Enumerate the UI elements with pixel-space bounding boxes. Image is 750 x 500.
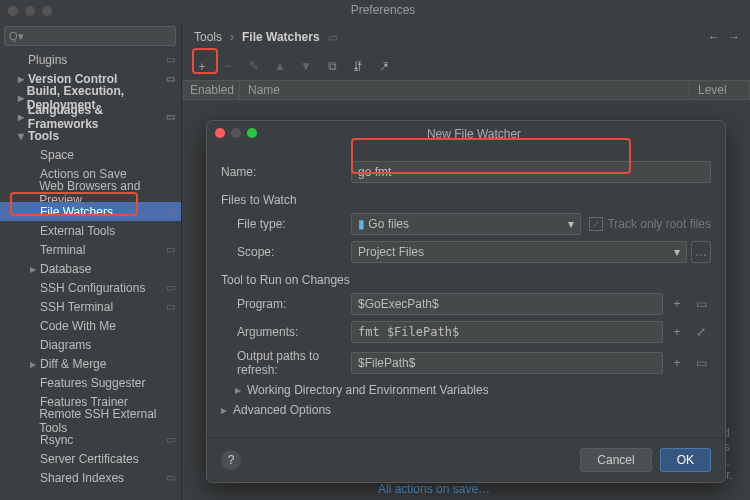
program-input[interactable]: $GoExecPath$ [351, 293, 663, 315]
col-enabled: Enabled [182, 81, 240, 99]
sidebar-item-label: Diagrams [40, 338, 91, 352]
insert-macro-icon[interactable]: + [667, 321, 687, 343]
gear-icon: ▭ [166, 73, 175, 84]
workdir-expander[interactable]: ▸ Working Directory and Environment Vari… [235, 383, 711, 397]
sidebar-item-label: Space [40, 148, 74, 162]
name-input[interactable]: go fmt [351, 161, 711, 183]
scope-more-button[interactable]: … [691, 241, 711, 263]
sidebar-item-terminal[interactable]: Terminal▭ [0, 240, 181, 259]
sidebar-item-server-certificates[interactable]: Server Certificates [0, 449, 181, 468]
sidebar-item-languages-frameworks[interactable]: ▸Languages & Frameworks▭ [0, 107, 181, 126]
chevron-icon: ▸ [18, 91, 27, 105]
export-watcher-button[interactable]: ⭷ [376, 58, 392, 74]
col-level: Level [690, 81, 750, 99]
sidebar-item-code-with-me[interactable]: Code With Me [0, 316, 181, 335]
sidebar-item-tools[interactable]: ▾Tools [0, 126, 181, 145]
breadcrumb-current: File Watchers [242, 30, 320, 44]
window-title: Preferences [8, 3, 750, 17]
remove-watcher-button[interactable]: − [220, 58, 236, 74]
sidebar-item-database[interactable]: ▸Database [0, 259, 181, 278]
sidebar-item-features-suggester[interactable]: Features Suggester [0, 373, 181, 392]
tool-section: Tool to Run on Changes [221, 273, 711, 287]
watcher-table-header: Enabled Name Level [182, 80, 750, 100]
sidebar-item-label: Shared Indexes [40, 471, 124, 485]
sidebar-item-label: SSH Configurations [40, 281, 145, 295]
watcher-toolbar: ＋ − ✎ ▲ ▼ ⧉ ⭿ ⭷ [182, 52, 750, 80]
sidebar-item-remote-ssh-external-tools[interactable]: Remote SSH External Tools [0, 411, 181, 430]
new-file-watcher-dialog: New File Watcher Name: go fmt Files to W… [206, 120, 726, 483]
advanced-expander[interactable]: ▸ Advanced Options [221, 403, 711, 417]
arguments-input[interactable]: fmt $FilePath$ [351, 321, 663, 343]
col-name: Name [240, 81, 690, 99]
sidebar-item-shared-indexes[interactable]: Shared Indexes▭ [0, 468, 181, 487]
chevron-icon: ▸ [30, 262, 40, 276]
filetype-label: File type: [221, 217, 351, 231]
nav-back-icon[interactable]: ← [708, 30, 720, 44]
insert-macro-icon[interactable]: + [667, 352, 687, 374]
gear-icon: ▭ [166, 206, 175, 217]
chevron-down-icon: ▾ [568, 217, 574, 231]
expand-icon[interactable]: ⤢ [691, 321, 711, 343]
cancel-button[interactable]: Cancel [580, 448, 651, 472]
chevron-icon: ▾ [18, 129, 28, 143]
sidebar-item-label: File Watchers [40, 205, 113, 219]
filetype-select[interactable]: ▮ Go files ▾ [351, 213, 581, 235]
sidebar-item-ssh-terminal[interactable]: SSH Terminal▭ [0, 297, 181, 316]
sidebar-item-rsync[interactable]: Rsync▭ [0, 430, 181, 449]
breadcrumb: Tools › File Watchers ▭ [182, 22, 750, 52]
import-watcher-button[interactable]: ⭿ [350, 58, 366, 74]
gear-icon: ▭ [166, 111, 175, 122]
sidebar-item-space[interactable]: Space [0, 145, 181, 164]
chevron-icon: ▸ [30, 357, 40, 371]
gear-icon: ▭ [166, 472, 175, 483]
breadcrumb-sep: › [230, 30, 234, 44]
nav-forward-icon[interactable]: → [728, 30, 740, 44]
sidebar: Q▾ Plugins▭▸Version Control▭▸Build, Exec… [0, 22, 182, 500]
move-up-icon[interactable]: ▲ [272, 58, 288, 74]
all-actions-link[interactable]: All actions on save… [378, 482, 490, 496]
search-input[interactable]: Q▾ [4, 26, 176, 46]
track-root-checkbox[interactable]: ✓ [589, 217, 603, 231]
gear-icon: ▭ [166, 282, 175, 293]
sidebar-item-label: Code With Me [40, 319, 116, 333]
browse-icon[interactable]: ▭ [691, 352, 711, 374]
gear-icon: ▭ [166, 244, 175, 255]
output-input[interactable]: $FilePath$ [351, 352, 663, 374]
sidebar-item-ssh-configurations[interactable]: SSH Configurations▭ [0, 278, 181, 297]
sidebar-item-diagrams[interactable]: Diagrams [0, 335, 181, 354]
name-label: Name: [221, 165, 351, 179]
sidebar-item-startup-tasks[interactable]: Startup Tasks▭ [0, 487, 181, 490]
sidebar-item-label: Server Certificates [40, 452, 139, 466]
sidebar-item-diff-merge[interactable]: ▸Diff & Merge [0, 354, 181, 373]
move-down-icon[interactable]: ▼ [298, 58, 314, 74]
sidebar-item-label: SSH Terminal [40, 300, 113, 314]
breadcrumb-root[interactable]: Tools [194, 30, 222, 44]
track-root-label: Track only root files [607, 217, 711, 231]
triangle-right-icon: ▸ [221, 403, 227, 417]
copy-watcher-button[interactable]: ⧉ [324, 58, 340, 74]
sidebar-item-plugins[interactable]: Plugins▭ [0, 50, 181, 69]
sidebar-item-label: Startup Tasks [40, 490, 112, 491]
scope-select[interactable]: Project Files ▾ [351, 241, 687, 263]
sidebar-item-label: External Tools [40, 224, 115, 238]
help-button[interactable]: ? [221, 450, 241, 470]
sidebar-item-external-tools[interactable]: External Tools [0, 221, 181, 240]
sidebar-item-label: Rsync [40, 433, 73, 447]
edit-watcher-button[interactable]: ✎ [246, 58, 262, 74]
gear-icon: ▭ [166, 301, 175, 312]
dialog-title: New File Watcher [215, 127, 733, 141]
sidebar-item-file-watchers[interactable]: File Watchers▭ [0, 202, 181, 221]
chevron-icon: ▸ [18, 110, 28, 124]
insert-macro-icon[interactable]: + [667, 293, 687, 315]
browse-icon[interactable]: ▭ [691, 293, 711, 315]
files-to-watch-section: Files to Watch [221, 193, 711, 207]
add-watcher-button[interactable]: ＋ [194, 58, 210, 74]
settings-tree: Plugins▭▸Version Control▭▸Build, Executi… [0, 50, 181, 490]
project-scope-icon[interactable]: ▭ [328, 32, 337, 43]
ok-button[interactable]: OK [660, 448, 711, 472]
gear-icon: ▭ [166, 54, 175, 65]
sidebar-item-label: Features Suggester [40, 376, 145, 390]
sidebar-item-web-browsers-and-preview[interactable]: Web Browsers and Preview [0, 183, 181, 202]
sidebar-item-label: Plugins [28, 53, 67, 67]
scope-label: Scope: [221, 245, 351, 259]
